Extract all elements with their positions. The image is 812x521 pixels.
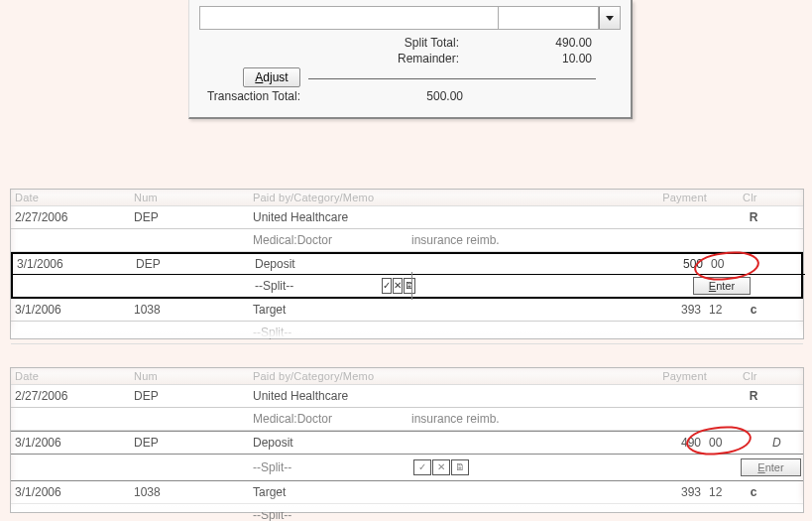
payee-cell: Target xyxy=(249,300,546,320)
svg-marker-0 xyxy=(606,16,614,21)
confirm-icon[interactable]: ✓ xyxy=(413,459,431,475)
clr-cell: c xyxy=(739,300,768,320)
payee-cell: United Healthcare xyxy=(249,207,546,227)
memo-cell: insurance reimb. xyxy=(407,230,546,250)
chevron-down-icon xyxy=(605,13,615,23)
col-payment: Payment xyxy=(550,192,711,203)
date-cell: 3/1/2006 xyxy=(11,300,130,320)
table-row-sub: Medical:Doctor insurance reimb. xyxy=(11,229,803,252)
register-before: Date Num Paid by/Category/Memo Payment C… xyxy=(10,189,804,339)
active-transaction[interactable]: 3/1/2006 DEP Deposit 500 00 --Split-- ✓ … xyxy=(11,252,803,299)
category-cell[interactable]: --Split-- xyxy=(251,276,380,296)
category-cell: Medical:Doctor xyxy=(249,230,407,250)
remainder-label: Remainder: xyxy=(308,52,467,65)
remainder-value: 10.00 xyxy=(467,52,596,65)
col-num: Num xyxy=(134,192,253,203)
adjust-button[interactable]: Adjust xyxy=(243,67,300,87)
register-header: Date Num Paid by/Category/Memo Payment C… xyxy=(11,368,803,385)
split-totals-panel: Split Total: 490.00 Remainder: 10.00 Adj… xyxy=(188,0,633,119)
memo-input[interactable] xyxy=(411,272,530,300)
split-entry-row xyxy=(199,6,621,30)
num-cell: DEP xyxy=(130,207,249,227)
num-cell: 1038 xyxy=(130,300,249,320)
split-total-value: 490.00 xyxy=(467,36,596,50)
table-row[interactable]: 3/1/2006 1038 Target 393 12 c xyxy=(11,299,803,322)
amount-cents: 00 xyxy=(707,433,739,453)
split-category-cell[interactable] xyxy=(200,7,499,29)
clr-cell: R xyxy=(739,207,768,227)
split-action-icons: ✓ ✕ 🗎 xyxy=(411,457,542,477)
date-cell[interactable]: 3/1/2006 xyxy=(13,254,132,274)
enter-button[interactable]: Enter xyxy=(741,458,801,476)
amount-cents: 12 xyxy=(707,300,739,320)
split-total-label: Split Total: xyxy=(308,36,467,50)
cancel-icon[interactable]: ✕ xyxy=(393,278,403,294)
transaction-total-label: Transaction Total: xyxy=(199,89,308,103)
num-cell[interactable]: DEP xyxy=(132,254,251,274)
register-after: Date Num Paid by/Category/Memo Payment C… xyxy=(10,367,804,513)
split-amount-cell[interactable] xyxy=(499,7,599,29)
register-header: Date Num Paid by/Category/Memo Payment C… xyxy=(11,190,803,206)
table-row[interactable]: 3/1/2006 DEP Deposit 490 00 D xyxy=(11,431,803,455)
date-cell: 2/27/2006 xyxy=(11,207,130,227)
col-paid: Paid by/Category/Memo xyxy=(253,192,550,203)
amount-whole: 490 xyxy=(546,433,707,453)
split-dialog-icon[interactable]: 🗎 xyxy=(451,459,469,475)
cancel-icon[interactable]: ✕ xyxy=(432,459,450,475)
confirm-icon[interactable]: ✓ xyxy=(382,278,392,294)
amount-whole: 393 xyxy=(546,300,707,320)
split-action-icons: ✓ ✕ 🗎 xyxy=(380,276,411,296)
col-clr: Clr xyxy=(743,192,772,203)
transaction-total-value: 500.00 xyxy=(308,89,467,103)
table-row[interactable]: 2/27/2006 DEP United Healthcare R xyxy=(11,385,803,408)
table-row-sub: Medical:Doctor insurance reimb. xyxy=(11,408,803,431)
dropdown-button[interactable] xyxy=(599,7,620,29)
amount-whole[interactable]: 500 xyxy=(548,254,709,274)
amount-cents: 00 xyxy=(709,254,741,274)
table-row[interactable]: 2/27/2006 DEP United Healthcare R xyxy=(11,206,803,229)
enter-button[interactable]: Enter xyxy=(693,277,751,295)
table-row-sub: --Split-- ✓ ✕ 🗎 Enter xyxy=(11,455,803,481)
col-date: Date xyxy=(15,192,134,203)
payee-cell[interactable]: Deposit xyxy=(251,254,548,274)
